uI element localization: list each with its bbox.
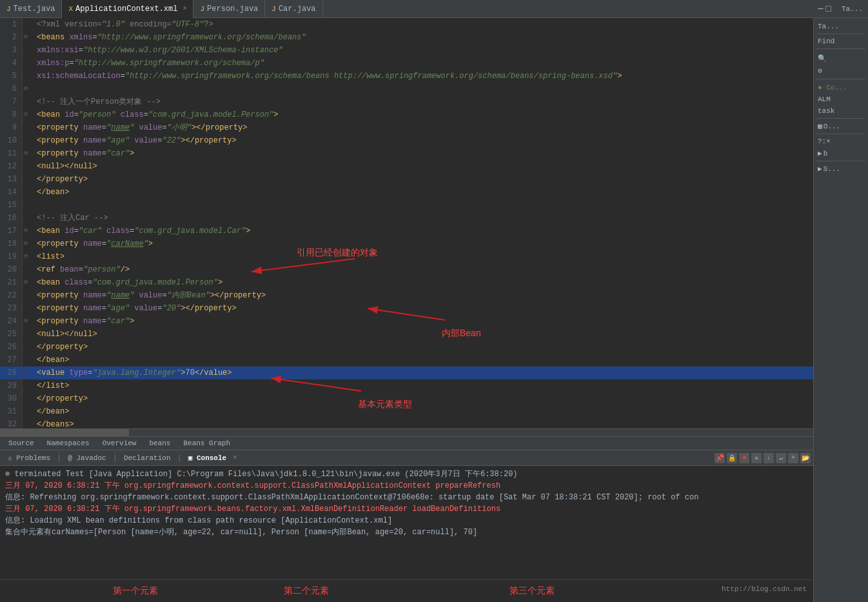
- fold-24[interactable]: ⊖: [23, 315, 32, 328]
- status-bar-url: http://blog.csdn.net: [722, 585, 807, 593]
- tab-overview[interactable]: Overview: [97, 437, 143, 449]
- code-line-13: 13 </property>: [0, 173, 813, 186]
- annotation-third-element: 第三个元素: [509, 585, 555, 597]
- right-icon-search[interactable]: 🔍: [816, 53, 865, 64]
- console-tab-problems[interactable]: ⚠ Problems: [3, 452, 55, 463]
- tab-beans[interactable]: beans: [143, 437, 176, 449]
- maximize-icon[interactable]: □: [826, 4, 831, 14]
- tab-person-java[interactable]: J Person.java: [193, 0, 265, 18]
- code-line-7: 7 <!-- 注入一个Person类对象 -->: [0, 95, 813, 108]
- line-content-2: <beans xmlns="http://www.springframework…: [32, 31, 306, 44]
- sidebar-item-task[interactable]: task: [816, 105, 865, 117]
- line-num-1: 1: [0, 18, 23, 31]
- grid-icon: ▦: [818, 122, 822, 130]
- console-line-4: 三月 07, 2020 6:38:21 下午 org.springframewo…: [5, 503, 808, 515]
- xml-icon: X: [68, 5, 73, 13]
- fold-2[interactable]: ⊖: [23, 31, 32, 44]
- console-icon-word-wrap[interactable]: ↵: [776, 453, 786, 463]
- minimize-icon[interactable]: ─: [818, 4, 823, 14]
- line-num-29: 29: [0, 379, 23, 392]
- console-content[interactable]: ⊗ terminated Test [Java Application] C:\…: [0, 466, 813, 579]
- code-line-32: 32 </beans>: [0, 418, 813, 428]
- tab-applicationcontext-xml[interactable]: X ApplicationContext.xml ×: [62, 0, 193, 18]
- console-tab-javadoc[interactable]: @ Javadoc: [63, 453, 111, 463]
- line-num-5: 5: [0, 70, 23, 83]
- line-num-13: 13: [0, 173, 23, 186]
- code-lines-container: 1 <?xml version="1.0" encoding="UTF-8"?>…: [0, 18, 813, 428]
- sidebar-item-o[interactable]: ▦ O...: [816, 120, 865, 132]
- fold-8[interactable]: ⊖: [23, 108, 32, 121]
- console-icon-stop[interactable]: ■: [739, 453, 749, 463]
- line-content-1: <?xml version="1.0" encoding="UTF-8"?>: [32, 18, 213, 31]
- tab-car-java[interactable]: J Car.java: [265, 0, 322, 18]
- line-num-22: 22: [0, 289, 23, 302]
- line-num-15: 15: [0, 199, 23, 212]
- line-num-12: 12: [0, 160, 23, 173]
- tab-label-test: Test.java: [14, 5, 55, 14]
- sidebar-item-find[interactable]: Find: [816, 35, 865, 47]
- tab-source[interactable]: Source: [3, 437, 40, 449]
- code-line-27: 27 </bean>: [0, 354, 813, 366]
- fold-17[interactable]: ⊖: [23, 225, 32, 237]
- horizontal-scrollbar[interactable]: [0, 428, 813, 436]
- console-icon-pin[interactable]: 📌: [715, 453, 725, 463]
- line-content-20: <ref bean="person"/>: [32, 263, 130, 276]
- code-line-17: 17 ⊖ <bean id="car" class="com.grd_java.…: [0, 225, 813, 237]
- console-icon-clear[interactable]: ✕: [751, 453, 762, 463]
- console-icon-open[interactable]: 📂: [800, 453, 811, 463]
- right-panel-tab[interactable]: Ta...: [836, 5, 868, 13]
- main-layout: 1 <?xml version="1.0" encoding="UTF-8"?>…: [0, 18, 868, 602]
- sidebar-item-qmark[interactable]: ?:×: [816, 135, 865, 147]
- code-line-9: 9 <property name="name" value="小明"></pro…: [0, 121, 813, 134]
- console-icon-scroll[interactable]: ↓: [764, 453, 774, 463]
- line-content-27: </bean>: [32, 354, 69, 366]
- line-num-20: 20: [0, 263, 23, 276]
- code-editor[interactable]: 1 <?xml version="1.0" encoding="UTF-8"?>…: [0, 18, 813, 428]
- console-line-5: 信息: Loading XML bean definitions from cl…: [5, 515, 808, 527]
- code-line-24: 24 ⊖ <property name="car">: [0, 315, 813, 328]
- console-tab-console[interactable]: ▣ Console: [183, 452, 232, 463]
- code-line-19: 19 ⊖ <list>: [0, 250, 813, 263]
- tab-test-java[interactable]: J Test.java: [0, 0, 62, 18]
- console-icon-lock[interactable]: 🔒: [727, 453, 737, 463]
- code-line-25: 25 <null></null>: [0, 328, 813, 341]
- fold-19[interactable]: ⊖: [23, 250, 32, 263]
- console-icon-new[interactable]: +: [788, 453, 798, 463]
- right-icon-settings[interactable]: ⚙: [816, 65, 865, 76]
- sidebar-item-b[interactable]: ▶ b: [816, 147, 865, 159]
- console-close-icon[interactable]: ×: [233, 454, 237, 461]
- tab-namespaces[interactable]: Namespaces: [41, 437, 95, 449]
- line-num-2: 2: [0, 31, 23, 44]
- h-scroll-thumb[interactable]: [0, 429, 129, 437]
- annotation-second-element: 第二个元素: [284, 585, 329, 597]
- sidebar-item-co[interactable]: ● Co...: [816, 82, 865, 94]
- tab-beans-graph[interactable]: Beans Graph: [177, 437, 236, 449]
- fold-18[interactable]: ⊖: [23, 237, 32, 250]
- line-num-24: 24: [0, 315, 23, 328]
- line-content-12: <null></null>: [32, 160, 97, 173]
- editor-area: 1 <?xml version="1.0" encoding="UTF-8"?>…: [0, 18, 813, 602]
- console-tab-declaration[interactable]: Declaration: [119, 453, 176, 463]
- line-num-9: 9: [0, 121, 23, 134]
- sidebar-item-alm[interactable]: ALM: [816, 94, 865, 105]
- line-content-22: <property name="name" value="内部Bean"></p…: [32, 289, 266, 302]
- line-content-29: </list>: [32, 379, 69, 392]
- code-line-21: 21 ⊖ <bean class="com.grd_java.model.Per…: [0, 276, 813, 289]
- fold-11[interactable]: ⊖: [23, 147, 32, 160]
- line-num-17: 17: [0, 225, 23, 237]
- sidebar-item-s[interactable]: ▶ S...: [816, 163, 865, 175]
- code-line-4: 4 xmlns:p="http://www.springframework.or…: [0, 57, 813, 70]
- line-num-25: 25: [0, 328, 23, 341]
- code-line-6: 6 ⊖: [0, 83, 813, 95]
- line-num-19: 19: [0, 250, 23, 263]
- close-tab-icon[interactable]: ×: [182, 5, 186, 12]
- line-num-26: 26: [0, 341, 23, 354]
- tab-label-person: Person.java: [207, 5, 258, 14]
- line-num-16: 16: [0, 212, 23, 225]
- sidebar-item-ta[interactable]: Ta...: [816, 21, 865, 32]
- line-num-10: 10: [0, 134, 23, 147]
- line-content-8: <bean id="person" class="com.grd_java.mo…: [32, 108, 279, 121]
- fold-6[interactable]: ⊖: [23, 83, 32, 95]
- code-line-10: 10 <property name="age" value="22"></pro…: [0, 134, 813, 147]
- fold-21[interactable]: ⊖: [23, 276, 32, 289]
